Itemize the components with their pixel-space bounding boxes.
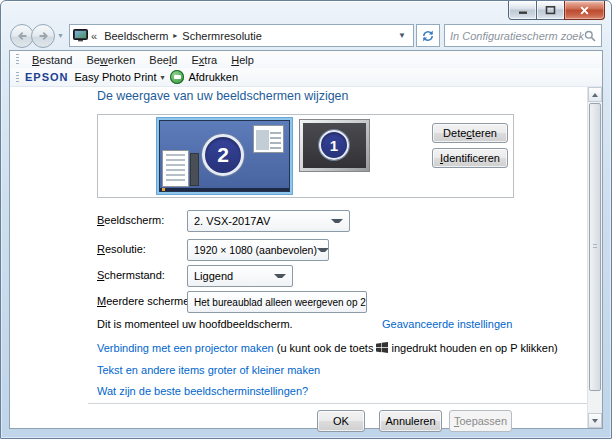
advanced-settings-link[interactable]: Geavanceerde instellingen bbox=[382, 318, 512, 330]
breadcrumb-separator-icon[interactable]: ▸ bbox=[173, 31, 177, 40]
make-text-larger-link[interactable]: Tekst en andere items groter of kleiner … bbox=[97, 364, 320, 376]
chevron-down-icon bbox=[366, 300, 367, 304]
apply-button-disabled[interactable]: Toepassen bbox=[449, 410, 512, 432]
windows-key-icon bbox=[376, 342, 388, 353]
multiple-displays-select[interactable]: Het bureaublad alleen weergeven op 2 bbox=[187, 291, 367, 313]
resolution-label: Resolutie: bbox=[97, 243, 146, 255]
recent-pages-chevron-icon[interactable]: ▼ bbox=[55, 32, 66, 39]
orientation-select[interactable]: Liggend bbox=[187, 265, 293, 287]
mini-window bbox=[190, 153, 199, 186]
toolbar-grip[interactable] bbox=[16, 72, 19, 83]
search-box[interactable]: In Configuratiescherm zoeken bbox=[444, 24, 602, 47]
arrow-up-icon bbox=[592, 93, 598, 97]
mini-window bbox=[162, 150, 189, 187]
menu-item-bestand[interactable]: Bestand bbox=[25, 53, 79, 67]
monitor-2-number-badge: 2 bbox=[202, 134, 244, 176]
menu-item-help[interactable]: Help bbox=[224, 53, 261, 67]
forward-button[interactable] bbox=[31, 24, 55, 48]
arrow-down-icon bbox=[592, 419, 598, 423]
search-placeholder: In Configuratiescherm zoeken bbox=[450, 30, 584, 42]
vertical-scrollbar[interactable] bbox=[587, 87, 602, 428]
back-arrow-icon bbox=[16, 30, 29, 42]
ok-button[interactable]: OK bbox=[317, 410, 365, 432]
print-icon bbox=[170, 70, 184, 84]
display-select[interactable]: 2. VSX-2017AV bbox=[187, 210, 350, 232]
projector-row: Verbinding met een projector maken (u ku… bbox=[97, 342, 558, 354]
chevron-down-icon bbox=[331, 219, 343, 223]
display-icon bbox=[73, 29, 88, 42]
search-icon[interactable] bbox=[584, 30, 596, 42]
minimize-button[interactable] bbox=[508, 1, 537, 20]
menu-item-bewerken[interactable]: Bewerken bbox=[79, 53, 142, 67]
navigation-bar: ▼ « Beeldscherm ▸ Schermresolutie ▼ In bbox=[10, 23, 602, 48]
cancel-button[interactable]: Annuleren bbox=[379, 410, 442, 432]
monitor-2-screen: 2 bbox=[159, 120, 290, 192]
refresh-icon bbox=[421, 29, 435, 43]
monitor-preview-box: 2 1 Detecteren Identificeren bbox=[97, 114, 514, 198]
menu-item-beeld[interactable]: Beeld bbox=[142, 53, 184, 67]
projector-hint-post: ingedrukt houden en op P klikken) bbox=[392, 342, 558, 354]
maximize-icon bbox=[545, 5, 556, 15]
maximize-button[interactable] bbox=[537, 1, 564, 20]
monitor-1[interactable]: 1 bbox=[300, 120, 369, 171]
epson-brand-label: EPSON bbox=[25, 71, 69, 83]
chevron-down-icon bbox=[317, 248, 329, 252]
display-select-value: 2. VSX-2017AV bbox=[194, 215, 270, 227]
scrollbar-thumb[interactable] bbox=[589, 103, 601, 391]
projector-hint-pre: (u kunt ook de toets bbox=[277, 342, 374, 354]
display-label: Beeldscherm: bbox=[97, 214, 164, 226]
main-display-status: Dit is momenteel uw hoofdbeeldscherm. bbox=[97, 318, 293, 330]
close-button[interactable] bbox=[564, 1, 605, 20]
forward-arrow-icon bbox=[37, 30, 50, 42]
menu-bar: Bestand Bewerken Beeld Extra Help bbox=[10, 51, 602, 68]
multiple-displays-select-value: Het bureaublad alleen weergeven op 2 bbox=[194, 297, 366, 308]
page-title: De weergave van uw beeldschermen wijzige… bbox=[97, 89, 348, 103]
screen-resolution-window: ▼ « Beeldscherm ▸ Schermresolutie ▼ In bbox=[0, 0, 612, 439]
monitor-2-selected[interactable]: 2 bbox=[157, 118, 292, 194]
refresh-button[interactable] bbox=[416, 24, 440, 47]
menu-item-extra[interactable]: Extra bbox=[184, 53, 224, 67]
identify-button[interactable]: Identificeren bbox=[432, 148, 508, 168]
orientation-label: Schermstand: bbox=[97, 269, 165, 281]
scrollbar-grip-icon bbox=[593, 244, 597, 250]
breadcrumb-overflow-icon[interactable]: « bbox=[91, 30, 97, 42]
caption-button-group bbox=[508, 1, 605, 20]
monitor-1-screen: 1 bbox=[303, 123, 366, 168]
afdrukken-button[interactable]: Afdrukken bbox=[188, 71, 238, 83]
epson-toolbar: EPSON Easy Photo Print ▾ Afdrukken bbox=[10, 68, 602, 87]
mini-window bbox=[253, 125, 284, 153]
resolution-select-value: 1920 × 1080 (aanbevolen) bbox=[194, 244, 317, 256]
breadcrumb-item-schermresolutie[interactable]: Schermresolutie bbox=[178, 28, 265, 44]
address-dropdown-icon[interactable]: ▼ bbox=[398, 31, 406, 40]
orientation-select-value: Liggend bbox=[194, 270, 233, 282]
monitor-1-number-badge: 1 bbox=[319, 130, 349, 160]
breadcrumb-item-beeldscherm[interactable]: Beeldscherm bbox=[100, 28, 172, 44]
minimize-icon bbox=[518, 6, 528, 15]
connect-projector-link[interactable]: Verbinding met een projector maken bbox=[97, 342, 274, 354]
breadcrumb[interactable]: « Beeldscherm ▸ Schermresolutie ▼ bbox=[69, 24, 414, 47]
toolbar-grip[interactable] bbox=[16, 54, 19, 65]
resolution-select[interactable]: 1920 × 1080 (aanbevolen) bbox=[187, 239, 329, 261]
chevron-down-icon bbox=[274, 274, 286, 278]
easy-photo-print-button[interactable]: Easy Photo Print bbox=[75, 71, 157, 83]
footer-separator bbox=[88, 403, 590, 404]
easy-photo-print-dropdown-icon[interactable]: ▾ bbox=[160, 73, 164, 82]
best-display-settings-link[interactable]: Wat zijn de beste beeldscherminstellinge… bbox=[97, 385, 308, 397]
multiple-displays-label: Meerdere schermen: bbox=[97, 295, 199, 307]
mini-taskbar bbox=[160, 188, 289, 191]
close-icon bbox=[579, 5, 590, 16]
client-area: Bestand Bewerken Beeld Extra Help EPSON … bbox=[9, 50, 603, 429]
detect-button[interactable]: Detecteren bbox=[432, 123, 508, 143]
scroll-down-button[interactable] bbox=[588, 413, 602, 428]
page-content: De weergave van uw beeldschermen wijzige… bbox=[10, 87, 602, 428]
scroll-up-button[interactable] bbox=[588, 87, 602, 102]
